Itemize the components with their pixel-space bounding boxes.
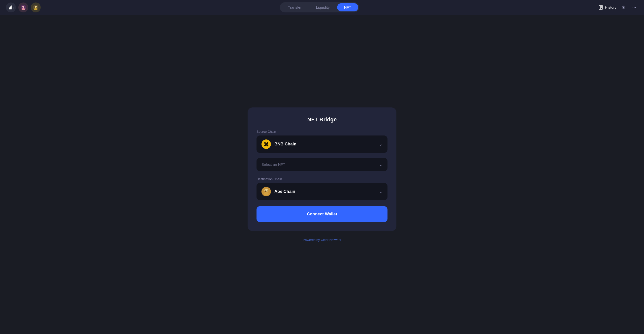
ape-icon: [262, 187, 271, 196]
svg-point-6: [22, 8, 25, 10]
connect-wallet-button[interactable]: Connect Wallet: [256, 206, 388, 222]
destination-chain-name: Ape Chain: [274, 189, 295, 194]
svg-point-24: [267, 190, 268, 190]
svg-rect-0: [9, 8, 10, 10]
svg-point-22: [264, 192, 269, 196]
avatar2-button[interactable]: [31, 2, 41, 12]
nft-bridge-card: NFT Bridge Source Chain: [248, 108, 396, 231]
source-chain-chevron: ⌄: [379, 142, 382, 147]
destination-chain-label: Destination Chain: [256, 177, 388, 181]
select-nft-left: Select an NFT: [262, 162, 285, 166]
card-title: NFT Bridge: [256, 116, 388, 123]
svg-rect-1: [10, 6, 11, 10]
header-right: History ☀ ···: [598, 4, 638, 11]
theme-toggle-button[interactable]: ☀: [620, 4, 628, 11]
bnb-icon: [262, 140, 271, 149]
tab-transfer[interactable]: Transfer: [281, 3, 308, 12]
destination-section: Destination Chain Ape Chain: [256, 177, 388, 200]
destination-chain-chevron: ⌄: [379, 189, 382, 194]
avatar1-button[interactable]: [18, 2, 28, 12]
svg-rect-2: [12, 6, 12, 10]
source-chain-dropdown[interactable]: BNB Chain ⌄: [256, 136, 388, 153]
svg-point-23: [265, 190, 266, 190]
powered-by: Powered by Celer Network: [303, 238, 341, 242]
source-chain-left: BNB Chain: [262, 140, 296, 149]
svg-point-8: [35, 6, 37, 8]
tab-liquidity[interactable]: Liquidity: [309, 3, 337, 12]
destination-chain-left: Ape Chain: [262, 187, 295, 196]
svg-rect-3: [13, 7, 14, 10]
main-content: NFT Bridge Source Chain: [0, 15, 644, 334]
source-chain-label: Source Chain: [256, 130, 388, 134]
select-nft-chevron: ⌄: [379, 162, 382, 167]
header-left: [6, 2, 41, 12]
destination-chain-dropdown[interactable]: Ape Chain ⌄: [256, 183, 388, 200]
tab-nav: Transfer Liquidity NFT: [280, 2, 359, 12]
svg-point-9: [34, 8, 38, 10]
history-label: History: [605, 5, 616, 10]
svg-point-5: [22, 6, 24, 8]
tab-nft[interactable]: NFT: [337, 3, 358, 12]
history-button[interactable]: History: [598, 5, 616, 10]
chart-icon-button[interactable]: [6, 2, 16, 12]
header: Transfer Liquidity NFT History ☀ ···: [0, 0, 644, 15]
select-nft-dropdown[interactable]: Select an NFT ⌄: [256, 158, 388, 171]
history-icon: [598, 5, 603, 10]
more-options-button[interactable]: ···: [630, 4, 638, 11]
select-nft-placeholder: Select an NFT: [262, 162, 285, 166]
powered-by-text: Powered by Celer Network: [303, 238, 341, 242]
source-chain-name: BNB Chain: [274, 142, 296, 147]
